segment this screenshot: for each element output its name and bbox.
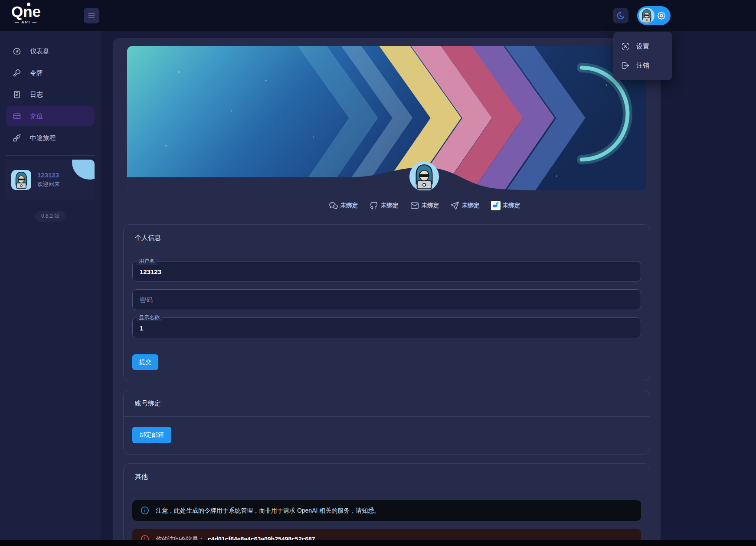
sidebar-item-label: 日志 bbox=[30, 91, 43, 99]
page: Qne — API — 设置 注销 bbox=[0, 0, 756, 546]
binding-status: 未绑定 bbox=[462, 202, 480, 209]
binding-badge-lark[interactable]: 未绑定 bbox=[491, 201, 520, 210]
binding-status: 未绑定 bbox=[381, 202, 399, 209]
main-card: 未绑定 未绑定 未绑定 未绑定 bbox=[113, 38, 661, 546]
binding-badge-github[interactable]: 未绑定 bbox=[369, 201, 399, 210]
user-avatar bbox=[639, 8, 655, 23]
display-name-label: 显示名称 bbox=[137, 314, 162, 321]
version-badge: 0.8.2 版 bbox=[35, 211, 65, 222]
header-actions bbox=[613, 8, 628, 23]
menu-item-settings[interactable]: 设置 bbox=[613, 37, 672, 56]
binding-status: 未绑定 bbox=[503, 202, 520, 209]
hamburger-icon bbox=[87, 11, 96, 20]
sections: 个人信息 用户名 显示名称 提交 bbox=[123, 224, 650, 546]
sidebar-item-midjourney[interactable]: 中途旅程 bbox=[6, 128, 95, 148]
moon-icon bbox=[616, 11, 625, 20]
lark-icon bbox=[491, 201, 501, 210]
sidebar: 仪表盘 令牌 日志 充值 bbox=[0, 31, 101, 546]
personal-info-body: 用户名 显示名称 提交 bbox=[124, 251, 650, 381]
sidebar-user-name: 123123 bbox=[37, 171, 60, 179]
token-info-alert: 注意，此处生成的令牌用于系统管理，而非用于请求 OpenAI 相关的服务，请知悉… bbox=[132, 500, 641, 521]
credit-card-icon bbox=[13, 112, 21, 121]
theme-toggle-button[interactable] bbox=[613, 8, 628, 23]
dashboard-gauge-icon bbox=[13, 47, 21, 56]
brand-tagline: — API — bbox=[10, 20, 43, 24]
token-info-text: 注意，此处生成的令牌用于系统管理，而非用于请求 OpenAI 相关的服务，请知悉… bbox=[156, 506, 380, 515]
top-bar: Qne — API — bbox=[0, 0, 756, 31]
menu-item-logout[interactable]: 注销 bbox=[613, 56, 672, 75]
user-dropdown-menu: 设置 注销 bbox=[613, 32, 672, 80]
sidebar-user-card[interactable]: 123123 欢迎回来 bbox=[6, 160, 95, 200]
brand-logo: Qne — API — bbox=[10, 3, 43, 24]
menu-item-label: 注销 bbox=[636, 62, 649, 70]
other-card: 其他 注意，此处生成的令牌用于系统管理，而非用于请求 OpenAI 相关的服务，… bbox=[123, 463, 650, 546]
account-binding-body: 绑定邮箱 bbox=[124, 417, 650, 454]
sidebar-item-tokens[interactable]: 令牌 bbox=[6, 63, 95, 83]
banner-wave bbox=[127, 164, 646, 190]
sidebar-user-info: 123123 欢迎回来 bbox=[37, 171, 60, 188]
binding-badge-telegram[interactable]: 未绑定 bbox=[450, 201, 480, 210]
display-name-input[interactable] bbox=[132, 317, 641, 338]
paintbrush-icon bbox=[13, 134, 21, 142]
sidebar-item-label: 中途旅程 bbox=[30, 134, 56, 142]
other-body: 注意，此处生成的令牌用于系统管理，而非用于请求 OpenAI 相关的服务，请知悉… bbox=[124, 490, 650, 546]
sidebar-user-greeting: 欢迎回来 bbox=[37, 180, 60, 188]
sidebar-item-label: 令牌 bbox=[30, 69, 43, 77]
password-input[interactable] bbox=[132, 289, 641, 310]
sidebar-item-label: 充值 bbox=[30, 112, 43, 121]
key-icon bbox=[13, 69, 21, 77]
sidebar-item-dashboard[interactable]: 仪表盘 bbox=[6, 41, 95, 61]
binding-badges-row: 未绑定 未绑定 未绑定 未绑定 bbox=[165, 200, 684, 211]
binding-status: 未绑定 bbox=[340, 202, 358, 209]
sidebar-item-logs[interactable]: 日志 bbox=[6, 85, 95, 105]
sidebar-item-label: 仪表盘 bbox=[30, 47, 49, 56]
card-circle-decoration bbox=[72, 160, 95, 180]
profile-avatar[interactable] bbox=[409, 162, 439, 190]
telegram-send-icon bbox=[450, 201, 460, 210]
submit-button[interactable]: 提交 bbox=[132, 354, 158, 370]
username-input[interactable] bbox=[132, 261, 641, 282]
sidebar-toggle-button[interactable] bbox=[84, 8, 99, 23]
brand-name: Qne bbox=[10, 3, 43, 20]
wechat-icon bbox=[329, 201, 338, 210]
settings-gear-icon bbox=[657, 11, 666, 20]
mail-icon bbox=[410, 201, 419, 210]
section-title: 账号绑定 bbox=[124, 390, 650, 417]
binding-status: 未绑定 bbox=[422, 202, 439, 209]
brand-dot bbox=[27, 3, 30, 6]
menu-item-label: 设置 bbox=[636, 43, 649, 51]
github-icon bbox=[369, 201, 379, 210]
username-field-group: 用户名 bbox=[132, 261, 641, 282]
display-name-field-group: 显示名称 bbox=[132, 317, 641, 338]
logout-icon bbox=[621, 61, 630, 70]
version-wrap: 0.8.2 版 bbox=[0, 211, 101, 222]
personal-info-card: 个人信息 用户名 显示名称 提交 bbox=[123, 224, 650, 381]
profile-banner bbox=[127, 46, 646, 190]
sidebar-nav: 仪表盘 令牌 日志 充值 bbox=[0, 31, 101, 148]
sidebar-user-avatar bbox=[11, 170, 31, 190]
info-circle-icon bbox=[140, 506, 150, 515]
password-field-group bbox=[132, 289, 641, 310]
binding-badge-wechat[interactable]: 未绑定 bbox=[329, 201, 358, 210]
section-title: 个人信息 bbox=[124, 225, 650, 251]
user-menu-button[interactable] bbox=[637, 6, 671, 25]
username-label: 用户名 bbox=[137, 258, 157, 265]
user-scan-icon bbox=[621, 42, 630, 51]
logs-icon bbox=[13, 90, 21, 99]
bottom-strip bbox=[0, 540, 756, 546]
sidebar-item-recharge[interactable]: 充值 bbox=[6, 106, 95, 126]
account-binding-card: 账号绑定 绑定邮箱 bbox=[123, 390, 650, 454]
section-title: 其他 bbox=[124, 464, 650, 490]
binding-badge-email[interactable]: 未绑定 bbox=[410, 201, 439, 210]
bind-email-button[interactable]: 绑定邮箱 bbox=[132, 427, 171, 443]
sidebar-divider bbox=[6, 155, 95, 156]
